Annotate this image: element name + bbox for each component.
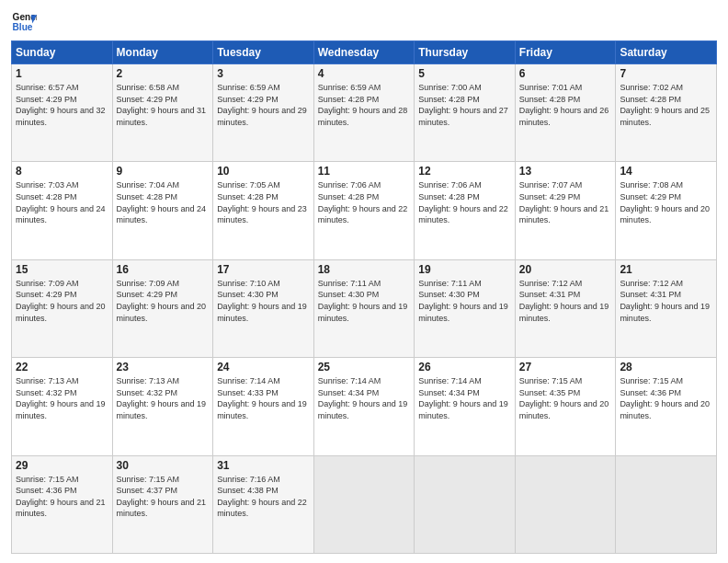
calendar-week-2: 8 Sunrise: 7:03 AM Sunset: 4:28 PM Dayli… bbox=[12, 162, 717, 259]
day-info: Sunrise: 6:59 AM Sunset: 4:28 PM Dayligh… bbox=[318, 82, 411, 128]
day-number: 4 bbox=[318, 67, 411, 80]
day-info: Sunrise: 6:57 AM Sunset: 4:29 PM Dayligh… bbox=[16, 82, 108, 128]
day-number: 15 bbox=[16, 263, 108, 276]
calendar-cell: 10 Sunrise: 7:05 AM Sunset: 4:28 PM Dayl… bbox=[213, 162, 314, 259]
svg-text:Blue: Blue bbox=[13, 22, 33, 32]
day-number: 10 bbox=[217, 165, 310, 178]
day-info: Sunrise: 7:12 AM Sunset: 4:31 PM Dayligh… bbox=[519, 278, 612, 324]
day-number: 9 bbox=[117, 165, 210, 178]
day-info: Sunrise: 7:10 AM Sunset: 4:30 PM Dayligh… bbox=[217, 278, 310, 324]
day-number: 6 bbox=[519, 67, 612, 80]
day-number: 23 bbox=[117, 361, 210, 373]
calendar-cell: 3 Sunrise: 6:59 AM Sunset: 4:29 PM Dayli… bbox=[213, 64, 314, 162]
day-header-saturday: Saturday bbox=[616, 41, 717, 64]
calendar-cell: 22 Sunrise: 7:13 AM Sunset: 4:32 PM Dayl… bbox=[12, 358, 113, 455]
day-number: 26 bbox=[418, 361, 511, 373]
calendar-cell: 16 Sunrise: 7:09 AM Sunset: 4:29 PM Dayl… bbox=[112, 259, 213, 357]
calendar-cell: 23 Sunrise: 7:13 AM Sunset: 4:32 PM Dayl… bbox=[112, 358, 213, 455]
day-info: Sunrise: 7:15 AM Sunset: 4:37 PM Dayligh… bbox=[117, 474, 210, 520]
day-header-monday: Monday bbox=[112, 41, 213, 64]
day-number: 11 bbox=[318, 165, 411, 178]
day-info: Sunrise: 7:13 AM Sunset: 4:32 PM Dayligh… bbox=[117, 375, 210, 421]
day-number: 5 bbox=[418, 67, 511, 80]
day-number: 17 bbox=[217, 263, 310, 276]
calendar-page: General Blue SundayMondayTuesdayWednesda… bbox=[0, 0, 728, 563]
calendar-cell: 25 Sunrise: 7:14 AM Sunset: 4:34 PM Dayl… bbox=[313, 358, 415, 455]
calendar-cell: 26 Sunrise: 7:14 AM Sunset: 4:34 PM Dayl… bbox=[415, 358, 516, 455]
day-info: Sunrise: 7:04 AM Sunset: 4:28 PM Dayligh… bbox=[117, 179, 210, 225]
day-number: 13 bbox=[519, 165, 612, 178]
calendar-cell: 1 Sunrise: 6:57 AM Sunset: 4:29 PM Dayli… bbox=[12, 64, 113, 162]
logo: General Blue bbox=[11, 9, 37, 35]
calendar-cell bbox=[616, 455, 717, 553]
calendar-cell bbox=[313, 455, 415, 553]
day-info: Sunrise: 6:59 AM Sunset: 4:29 PM Dayligh… bbox=[217, 82, 310, 128]
calendar-cell bbox=[415, 455, 516, 553]
day-number: 16 bbox=[117, 263, 210, 276]
day-header-sunday: Sunday bbox=[12, 41, 113, 64]
calendar-cell: 12 Sunrise: 7:06 AM Sunset: 4:28 PM Dayl… bbox=[415, 162, 516, 259]
day-info: Sunrise: 7:11 AM Sunset: 4:30 PM Dayligh… bbox=[318, 278, 411, 324]
day-number: 24 bbox=[217, 361, 310, 373]
day-info: Sunrise: 7:11 AM Sunset: 4:30 PM Dayligh… bbox=[418, 278, 511, 324]
logo-icon: General Blue bbox=[11, 9, 37, 35]
calendar-cell: 15 Sunrise: 7:09 AM Sunset: 4:29 PM Dayl… bbox=[12, 259, 113, 357]
calendar-week-3: 15 Sunrise: 7:09 AM Sunset: 4:29 PM Dayl… bbox=[12, 259, 717, 357]
day-info: Sunrise: 7:06 AM Sunset: 4:28 PM Dayligh… bbox=[318, 179, 411, 225]
day-info: Sunrise: 7:14 AM Sunset: 4:34 PM Dayligh… bbox=[418, 375, 511, 421]
day-number: 21 bbox=[620, 263, 712, 276]
calendar-cell: 27 Sunrise: 7:15 AM Sunset: 4:35 PM Dayl… bbox=[515, 358, 616, 455]
calendar-cell: 7 Sunrise: 7:02 AM Sunset: 4:28 PM Dayli… bbox=[616, 64, 717, 162]
calendar-cell: 13 Sunrise: 7:07 AM Sunset: 4:29 PM Dayl… bbox=[515, 162, 616, 259]
day-info: Sunrise: 7:07 AM Sunset: 4:29 PM Dayligh… bbox=[519, 179, 612, 225]
day-number: 29 bbox=[16, 459, 108, 472]
day-number: 25 bbox=[318, 361, 411, 373]
day-number: 18 bbox=[318, 263, 411, 276]
calendar-cell bbox=[515, 455, 616, 553]
calendar-cell: 14 Sunrise: 7:08 AM Sunset: 4:29 PM Dayl… bbox=[616, 162, 717, 259]
day-info: Sunrise: 7:14 AM Sunset: 4:34 PM Dayligh… bbox=[318, 375, 411, 421]
calendar-week-5: 29 Sunrise: 7:15 AM Sunset: 4:36 PM Dayl… bbox=[12, 455, 717, 553]
calendar-cell: 11 Sunrise: 7:06 AM Sunset: 4:28 PM Dayl… bbox=[313, 162, 415, 259]
day-info: Sunrise: 7:09 AM Sunset: 4:29 PM Dayligh… bbox=[16, 278, 108, 324]
calendar-table: SundayMondayTuesdayWednesdayThursdayFrid… bbox=[11, 40, 717, 554]
day-number: 7 bbox=[620, 67, 712, 80]
day-info: Sunrise: 7:15 AM Sunset: 4:36 PM Dayligh… bbox=[620, 375, 712, 421]
header: General Blue bbox=[11, 9, 717, 35]
calendar-cell: 30 Sunrise: 7:15 AM Sunset: 4:37 PM Dayl… bbox=[112, 455, 213, 553]
day-number: 1 bbox=[16, 67, 108, 80]
day-info: Sunrise: 7:06 AM Sunset: 4:28 PM Dayligh… bbox=[418, 179, 511, 225]
day-number: 30 bbox=[117, 459, 210, 472]
calendar-header-row: SundayMondayTuesdayWednesdayThursdayFrid… bbox=[12, 41, 717, 64]
day-header-friday: Friday bbox=[515, 41, 616, 64]
calendar-cell: 2 Sunrise: 6:58 AM Sunset: 4:29 PM Dayli… bbox=[112, 64, 213, 162]
day-number: 14 bbox=[620, 165, 712, 178]
calendar-cell: 6 Sunrise: 7:01 AM Sunset: 4:28 PM Dayli… bbox=[515, 64, 616, 162]
calendar-cell: 18 Sunrise: 7:11 AM Sunset: 4:30 PM Dayl… bbox=[313, 259, 415, 357]
calendar-cell: 9 Sunrise: 7:04 AM Sunset: 4:28 PM Dayli… bbox=[112, 162, 213, 259]
day-number: 2 bbox=[117, 67, 210, 80]
day-header-tuesday: Tuesday bbox=[213, 41, 314, 64]
day-info: Sunrise: 7:15 AM Sunset: 4:35 PM Dayligh… bbox=[519, 375, 612, 421]
calendar-cell: 21 Sunrise: 7:12 AM Sunset: 4:31 PM Dayl… bbox=[616, 259, 717, 357]
day-number: 22 bbox=[16, 361, 108, 373]
calendar-cell: 17 Sunrise: 7:10 AM Sunset: 4:30 PM Dayl… bbox=[213, 259, 314, 357]
calendar-week-1: 1 Sunrise: 6:57 AM Sunset: 4:29 PM Dayli… bbox=[12, 64, 717, 162]
day-info: Sunrise: 7:08 AM Sunset: 4:29 PM Dayligh… bbox=[620, 179, 712, 225]
day-info: Sunrise: 7:00 AM Sunset: 4:28 PM Dayligh… bbox=[418, 82, 511, 128]
day-info: Sunrise: 7:09 AM Sunset: 4:29 PM Dayligh… bbox=[117, 278, 210, 324]
day-number: 20 bbox=[519, 263, 612, 276]
day-number: 12 bbox=[418, 165, 511, 178]
day-header-thursday: Thursday bbox=[415, 41, 516, 64]
day-info: Sunrise: 7:05 AM Sunset: 4:28 PM Dayligh… bbox=[217, 179, 310, 225]
day-info: Sunrise: 6:58 AM Sunset: 4:29 PM Dayligh… bbox=[117, 82, 210, 128]
day-info: Sunrise: 7:12 AM Sunset: 4:31 PM Dayligh… bbox=[620, 278, 712, 324]
day-number: 8 bbox=[16, 165, 108, 178]
day-info: Sunrise: 7:15 AM Sunset: 4:36 PM Dayligh… bbox=[16, 474, 108, 520]
day-info: Sunrise: 7:13 AM Sunset: 4:32 PM Dayligh… bbox=[16, 375, 108, 421]
calendar-cell: 5 Sunrise: 7:00 AM Sunset: 4:28 PM Dayli… bbox=[415, 64, 516, 162]
day-number: 27 bbox=[519, 361, 612, 373]
calendar-cell: 19 Sunrise: 7:11 AM Sunset: 4:30 PM Dayl… bbox=[415, 259, 516, 357]
calendar-cell: 24 Sunrise: 7:14 AM Sunset: 4:33 PM Dayl… bbox=[213, 358, 314, 455]
day-info: Sunrise: 7:16 AM Sunset: 4:38 PM Dayligh… bbox=[217, 474, 310, 520]
